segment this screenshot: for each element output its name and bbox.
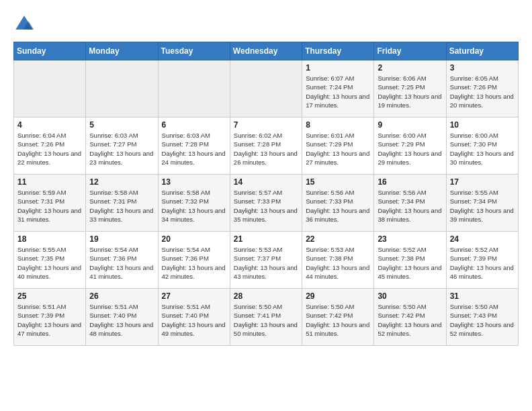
day-number: 25	[17, 291, 82, 301]
day-cell: 9Sunrise: 6:00 AMSunset: 7:29 PMDaylight…	[374, 118, 446, 175]
day-number: 24	[450, 234, 515, 244]
day-cell: 26Sunrise: 5:51 AMSunset: 7:40 PMDayligh…	[86, 289, 158, 346]
weekday-header-friday: Friday	[374, 42, 446, 60]
day-cell: 28Sunrise: 5:50 AMSunset: 7:41 PMDayligh…	[230, 289, 302, 346]
day-info: Sunrise: 6:03 AMSunset: 7:27 PMDaylight:…	[89, 131, 154, 167]
day-cell: 5Sunrise: 6:03 AMSunset: 7:27 PMDaylight…	[86, 118, 158, 175]
day-cell: 18Sunrise: 5:55 AMSunset: 7:35 PMDayligh…	[14, 232, 86, 289]
day-number: 14	[234, 177, 298, 187]
day-number: 3	[450, 63, 515, 73]
calendar-body: 1Sunrise: 6:07 AMSunset: 7:24 PMDaylight…	[14, 60, 519, 346]
day-info: Sunrise: 5:53 AMSunset: 7:37 PMDaylight:…	[234, 245, 298, 281]
day-number: 7	[234, 120, 298, 130]
day-number: 12	[89, 177, 154, 187]
day-cell	[86, 60, 158, 118]
day-cell	[158, 60, 230, 118]
day-cell	[230, 60, 302, 118]
calendar-header: SundayMondayTuesdayWednesdayThursdayFrid…	[14, 42, 519, 60]
day-info: Sunrise: 5:50 AMSunset: 7:42 PMDaylight:…	[378, 302, 442, 338]
day-info: Sunrise: 5:57 AMSunset: 7:33 PMDaylight:…	[234, 188, 298, 224]
weekday-header-saturday: Saturday	[446, 42, 518, 60]
week-row-2: 4Sunrise: 6:04 AMSunset: 7:26 PMDaylight…	[14, 118, 519, 175]
weekday-header-sunday: Sunday	[14, 42, 86, 60]
day-info: Sunrise: 5:53 AMSunset: 7:38 PMDaylight:…	[306, 245, 370, 281]
day-number: 30	[378, 291, 442, 301]
day-cell: 13Sunrise: 5:58 AMSunset: 7:32 PMDayligh…	[158, 175, 230, 232]
day-number: 4	[17, 120, 82, 130]
day-info: Sunrise: 5:56 AMSunset: 7:34 PMDaylight:…	[378, 188, 442, 224]
day-cell: 23Sunrise: 5:52 AMSunset: 7:38 PMDayligh…	[374, 232, 446, 289]
day-info: Sunrise: 6:04 AMSunset: 7:26 PMDaylight:…	[17, 131, 82, 167]
day-info: Sunrise: 5:58 AMSunset: 7:32 PMDaylight:…	[162, 188, 226, 224]
weekday-header-tuesday: Tuesday	[158, 42, 230, 60]
day-cell: 8Sunrise: 6:01 AMSunset: 7:29 PMDaylight…	[302, 118, 374, 175]
day-number: 13	[162, 177, 226, 187]
day-number: 9	[378, 120, 442, 130]
day-info: Sunrise: 5:52 AMSunset: 7:38 PMDaylight:…	[378, 245, 442, 281]
day-info: Sunrise: 5:51 AMSunset: 7:40 PMDaylight:…	[89, 302, 154, 338]
day-cell: 3Sunrise: 6:05 AMSunset: 7:26 PMDaylight…	[446, 60, 518, 118]
day-info: Sunrise: 6:07 AMSunset: 7:24 PMDaylight:…	[306, 74, 370, 109]
day-info: Sunrise: 6:05 AMSunset: 7:26 PMDaylight:…	[450, 74, 515, 109]
weekday-row: SundayMondayTuesdayWednesdayThursdayFrid…	[14, 42, 519, 60]
day-info: Sunrise: 6:01 AMSunset: 7:29 PMDaylight:…	[306, 131, 370, 167]
day-cell: 22Sunrise: 5:53 AMSunset: 7:38 PMDayligh…	[302, 232, 374, 289]
day-cell: 10Sunrise: 6:00 AMSunset: 7:30 PMDayligh…	[446, 118, 518, 175]
logo-icon	[13, 13, 35, 35]
page-header	[13, 13, 519, 35]
calendar-table: SundayMondayTuesdayWednesdayThursdayFrid…	[13, 42, 519, 346]
day-number: 11	[17, 177, 82, 187]
day-info: Sunrise: 6:00 AMSunset: 7:30 PMDaylight:…	[450, 131, 515, 167]
day-cell: 17Sunrise: 5:55 AMSunset: 7:34 PMDayligh…	[446, 175, 518, 232]
day-info: Sunrise: 6:02 AMSunset: 7:28 PMDaylight:…	[234, 131, 298, 167]
day-cell: 31Sunrise: 5:50 AMSunset: 7:43 PMDayligh…	[446, 289, 518, 346]
day-info: Sunrise: 5:51 AMSunset: 7:39 PMDaylight:…	[17, 302, 82, 338]
day-number: 21	[234, 234, 298, 244]
day-number: 28	[234, 291, 298, 301]
day-cell: 29Sunrise: 5:50 AMSunset: 7:42 PMDayligh…	[302, 289, 374, 346]
day-number: 29	[306, 291, 370, 301]
day-cell: 2Sunrise: 6:06 AMSunset: 7:25 PMDaylight…	[374, 60, 446, 118]
day-cell: 30Sunrise: 5:50 AMSunset: 7:42 PMDayligh…	[374, 289, 446, 346]
day-cell: 1Sunrise: 6:07 AMSunset: 7:24 PMDaylight…	[302, 60, 374, 118]
day-number: 16	[378, 177, 442, 187]
week-row-1: 1Sunrise: 6:07 AMSunset: 7:24 PMDaylight…	[14, 60, 519, 118]
day-number: 22	[306, 234, 370, 244]
weekday-header-monday: Monday	[86, 42, 158, 60]
day-info: Sunrise: 5:59 AMSunset: 7:31 PMDaylight:…	[17, 188, 82, 224]
day-info: Sunrise: 5:50 AMSunset: 7:43 PMDaylight:…	[450, 302, 515, 338]
day-cell: 14Sunrise: 5:57 AMSunset: 7:33 PMDayligh…	[230, 175, 302, 232]
week-row-4: 18Sunrise: 5:55 AMSunset: 7:35 PMDayligh…	[14, 232, 519, 289]
day-number: 1	[306, 63, 370, 73]
day-number: 8	[306, 120, 370, 130]
day-number: 5	[89, 120, 154, 130]
day-cell: 11Sunrise: 5:59 AMSunset: 7:31 PMDayligh…	[14, 175, 86, 232]
weekday-header-thursday: Thursday	[302, 42, 374, 60]
weekday-header-wednesday: Wednesday	[230, 42, 302, 60]
day-info: Sunrise: 5:55 AMSunset: 7:34 PMDaylight:…	[450, 188, 515, 224]
day-cell: 12Sunrise: 5:58 AMSunset: 7:31 PMDayligh…	[86, 175, 158, 232]
day-info: Sunrise: 6:03 AMSunset: 7:28 PMDaylight:…	[162, 131, 226, 167]
day-info: Sunrise: 5:54 AMSunset: 7:36 PMDaylight:…	[162, 245, 226, 281]
day-number: 19	[89, 234, 154, 244]
day-cell	[14, 60, 86, 118]
day-cell: 24Sunrise: 5:52 AMSunset: 7:39 PMDayligh…	[446, 232, 518, 289]
day-info: Sunrise: 5:54 AMSunset: 7:36 PMDaylight:…	[89, 245, 154, 281]
day-cell: 7Sunrise: 6:02 AMSunset: 7:28 PMDaylight…	[230, 118, 302, 175]
day-number: 2	[378, 63, 442, 73]
day-cell: 4Sunrise: 6:04 AMSunset: 7:26 PMDaylight…	[14, 118, 86, 175]
day-number: 15	[306, 177, 370, 187]
day-info: Sunrise: 5:51 AMSunset: 7:40 PMDaylight:…	[162, 302, 226, 338]
day-number: 23	[378, 234, 442, 244]
day-cell: 21Sunrise: 5:53 AMSunset: 7:37 PMDayligh…	[230, 232, 302, 289]
day-info: Sunrise: 5:56 AMSunset: 7:33 PMDaylight:…	[306, 188, 370, 224]
day-cell: 16Sunrise: 5:56 AMSunset: 7:34 PMDayligh…	[374, 175, 446, 232]
day-cell: 19Sunrise: 5:54 AMSunset: 7:36 PMDayligh…	[86, 232, 158, 289]
day-number: 17	[450, 177, 515, 187]
day-cell: 15Sunrise: 5:56 AMSunset: 7:33 PMDayligh…	[302, 175, 374, 232]
day-number: 20	[162, 234, 226, 244]
day-info: Sunrise: 5:52 AMSunset: 7:39 PMDaylight:…	[450, 245, 515, 281]
day-number: 18	[17, 234, 82, 244]
day-number: 6	[162, 120, 226, 130]
day-info: Sunrise: 5:55 AMSunset: 7:35 PMDaylight:…	[17, 245, 82, 281]
